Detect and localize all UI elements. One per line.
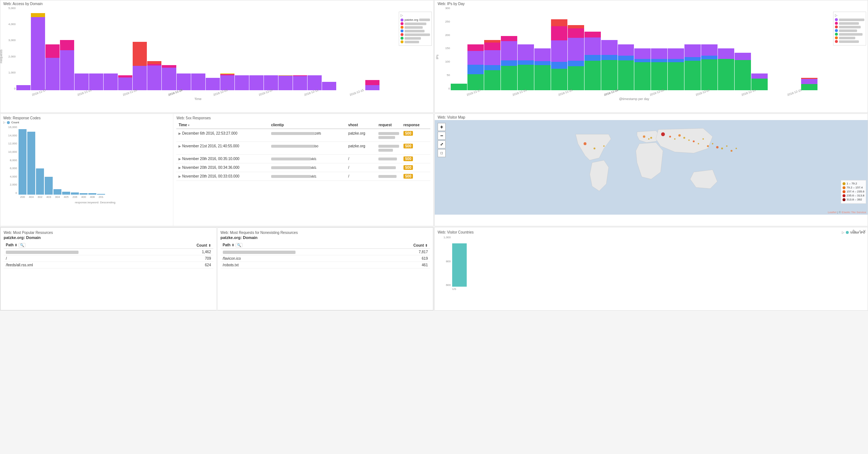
row-clientip: b0 (269, 142, 346, 155)
elastic-tile-link[interactable]: Elastic Tile Service (842, 211, 866, 214)
panel-actions[interactable]: ✎ ⤢ ✕ (852, 229, 866, 234)
svg-point-9 (678, 134, 681, 137)
row-response: 500 (401, 163, 430, 172)
svg-point-21 (736, 148, 737, 149)
ips-day-x-label: @timestamp per day (451, 97, 817, 101)
access-domain-legend: ▷ patzke.org (399, 12, 432, 46)
access-domain-x-axis: 2016-11-17 2016-11-21 2016-11-25 2016-11… (16, 91, 379, 94)
leaflet-link[interactable]: Leaflet (828, 211, 836, 214)
svg-point-10 (683, 137, 685, 139)
5xx-title: Web: 5xx Responses (176, 116, 430, 120)
row-vhost: / (346, 172, 376, 181)
table-row: 7,817 (221, 249, 430, 255)
response-x-label: response.keyword: Descending (19, 201, 172, 204)
svg-point-12 (693, 140, 695, 142)
zoom-fit-button[interactable]: ⤢ (438, 140, 446, 148)
zoom-out-button[interactable]: − (438, 132, 446, 140)
path-cell: / (4, 255, 172, 262)
row-request (376, 155, 401, 163)
legend-item: patzke.org (401, 18, 430, 21)
count-legend: ▷ Count (3, 121, 172, 124)
world-map-svg (435, 120, 868, 215)
time-header: Time ▾ (176, 122, 269, 129)
ips-day-legend: ▷ (833, 12, 866, 45)
path-cell: /favicon.ico (221, 255, 389, 262)
row-clientip: dd1 (269, 163, 346, 172)
access-domain-panel: Web: Access by Domain Requests 5,000 4,0… (0, 0, 434, 113)
row-vhost: / (346, 155, 376, 163)
map-controls[interactable]: + − ⤢ □ (438, 123, 446, 157)
row-vhost: patzke.org (346, 129, 376, 142)
5xx-panel: Web: 5xx Responses Time ▾ clientip vhost… (173, 114, 433, 226)
expand-icon[interactable]: ⤢ (857, 229, 861, 234)
response-codes-panel: Web: Response Codes ▷ Count 16,000 14,00… (0, 114, 434, 226)
svg-point-17 (716, 146, 719, 149)
row-vhost: patzke.org (346, 142, 376, 155)
svg-point-3 (643, 135, 646, 138)
path-cell: /feeds/all.rss.xml (4, 262, 172, 268)
ips-day-x-axis: 2016-11-17 2016-11-21 2016-11-25 2016-11… (451, 91, 817, 94)
response-x-axis: 200 404 302 403 304 405 206 400 408 201 (19, 195, 172, 199)
path-search-button[interactable]: 🔍 (19, 243, 25, 247)
path-cell: /robots.txt (221, 262, 389, 268)
row-vhost: / (346, 163, 376, 172)
count-header: Count ⇕ (389, 242, 430, 249)
popular-resources-table: Path ⇕ 🔍 Count ⇕ 1,462 (4, 242, 213, 268)
ips-day-panel: Web: IPs by Day IPs 300 250 200 150 100 … (434, 0, 868, 113)
row-request (376, 163, 401, 172)
legend-item (401, 33, 430, 36)
map-legend: 1 – 79.2 79.2 – 157.4 157.4 – 235.6 235.… (841, 180, 866, 204)
count-header: Count ⇕ (172, 242, 213, 249)
access-domain-title: Web: Access by Domain (0, 0, 433, 7)
svg-point-6 (661, 132, 665, 136)
response-bars (19, 126, 172, 195)
visitor-map-title: Web: Visitor Map (435, 114, 868, 120)
count-cell: 1,462 (172, 249, 213, 255)
row-response: 500 (401, 172, 430, 181)
visitor-countries-header: Web: Visitor Countries ▷ Visitor IPs ✎ ⤢… (438, 230, 865, 234)
clientip-header: clientip (269, 122, 346, 129)
row-clientip: dd1 (269, 155, 346, 163)
response-header: response (401, 122, 430, 129)
vhost-header: vhost (346, 122, 376, 129)
count-cell: 619 (389, 255, 430, 262)
count-cell: 7,817 (389, 249, 430, 255)
legend-item (401, 37, 430, 40)
row-time: ▶ December 6th 2016, 22:53:27.000 (176, 129, 269, 142)
close-icon[interactable]: ✕ (863, 229, 866, 234)
row-response: 500 (401, 142, 430, 155)
svg-point-0 (584, 142, 587, 145)
svg-point-4 (650, 137, 652, 139)
legend-item (401, 26, 430, 29)
visitor-countries-title: Web: Visitor Countries (438, 230, 474, 234)
table-row: / 709 (4, 255, 213, 262)
map-attribution: Leaflet | © Elastic Tile Service (828, 211, 866, 214)
table-row: /feeds/all.rss.xml 624 (4, 262, 213, 268)
row-request (376, 172, 401, 181)
table-row: ▶ November 20th 2016, 00:33:03.000 dd1 /… (176, 172, 430, 181)
row-time: ▶ November 20th 2016, 00:35:10.000 (176, 155, 269, 163)
popular-resources-subtitle: patzke.org: Domain (4, 235, 213, 240)
path-header[interactable]: Path ⇕ 🔍 (4, 242, 172, 249)
visitor-ips-dot (846, 231, 849, 234)
zoom-reset-button[interactable]: □ (438, 149, 446, 157)
row-response: 500 (401, 129, 430, 142)
popular-nonexist-row: Web: Most Popular Resources patzke.org: … (0, 227, 434, 311)
zoom-in-button[interactable]: + (438, 123, 446, 131)
ips-day-chart: 300 250 200 150 100 50 0 (451, 7, 817, 90)
svg-point-20 (731, 150, 732, 152)
response-codes-chart: 16,000 14,000 12,000 10,000 8,000 6,000 … (3, 126, 172, 204)
path-header[interactable]: Path ⇕ 🔍 (221, 242, 389, 249)
edit-icon[interactable]: ✎ (852, 229, 856, 234)
popular-resources-panel: Web: Most Popular Resources patzke.org: … (0, 227, 217, 310)
nonexist-subtitle: patzke.org: Domain (221, 235, 430, 240)
nonexist-title: Web: Most Requests for Nonexisting Resou… (221, 231, 430, 235)
map-container: + − ⤢ □ (435, 120, 868, 215)
svg-point-13 (698, 143, 699, 144)
svg-point-16 (712, 143, 714, 144)
count-dot (7, 121, 10, 124)
table-row: /robots.txt 461 (221, 262, 430, 268)
svg-point-18 (721, 147, 723, 149)
table-row: /favicon.ico 619 (221, 255, 430, 262)
path-search-button[interactable]: 🔍 (236, 243, 242, 247)
